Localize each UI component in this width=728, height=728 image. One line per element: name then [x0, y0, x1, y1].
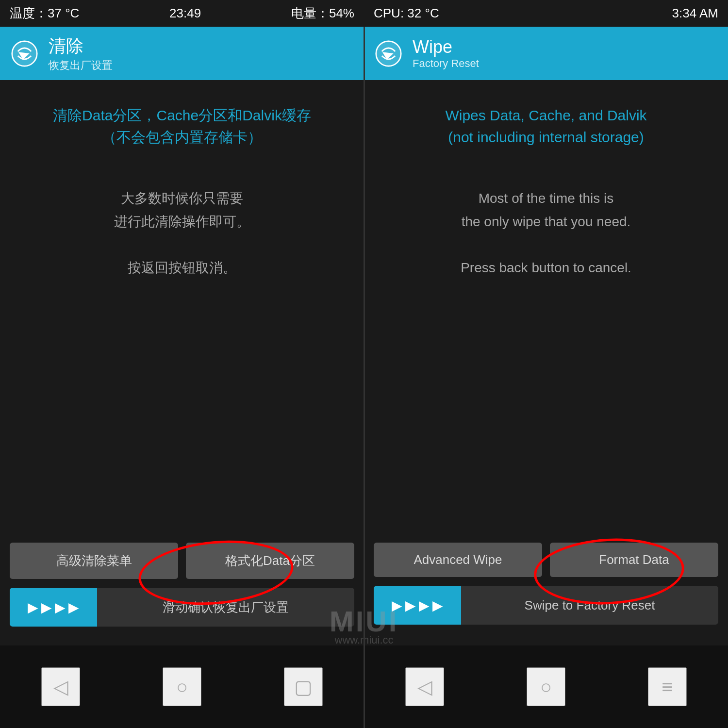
header-title-left: 清除 — [49, 34, 113, 58]
nav-bar-right: ◁ ○ ≡ — [364, 645, 728, 728]
swipe-label-left: 滑动确认恢复出厂设置 — [97, 588, 354, 627]
arrow2-left: ▶ — [41, 599, 52, 615]
body-text-left: 大多数时候你只需要进行此清除操作即可。按返回按钮取消。 — [114, 187, 250, 279]
description-left: 清除Data分区，Cache分区和Dalvik缓存（不会包含内置存储卡） — [53, 104, 311, 148]
time-left: 23:49 — [169, 6, 201, 21]
format-data-button-left[interactable]: 格式化Data分区 — [186, 543, 354, 579]
logo-icon-right — [374, 39, 403, 68]
header-left: 清除 恢复出厂设置 — [0, 27, 364, 80]
home-button-left[interactable]: ○ — [163, 667, 201, 706]
format-data-button-right[interactable]: Format Data — [550, 543, 718, 577]
header-title-right: Wipe — [413, 37, 479, 57]
swipe-row-left[interactable]: ▶ ▶ ▶ ▶ 滑动确认恢复出厂设置 — [10, 588, 354, 627]
battery-left: 电量：54% — [291, 5, 354, 22]
temp-left: 温度：37 °C — [10, 5, 79, 22]
arrow4-right: ▶ — [432, 597, 443, 613]
arrow3-right: ▶ — [419, 597, 430, 613]
description-right: Wipes Data, Cache, and Dalvik(not includ… — [445, 104, 646, 148]
header-right: Wipe Factory Reset — [364, 27, 728, 80]
button-row-right: Advanced Wipe Format Data — [374, 543, 718, 577]
arrow1-left: ▶ — [28, 599, 38, 615]
header-text-left: 清除 恢复出厂设置 — [49, 34, 113, 73]
home-button-right[interactable]: ○ — [527, 667, 565, 706]
swipe-row-right[interactable]: ▶ ▶ ▶ ▶ Swipe to Factory Reset — [374, 586, 718, 625]
logo-icon-left — [10, 39, 39, 68]
swipe-label-right: Swipe to Factory Reset — [461, 586, 718, 625]
header-text-right: Wipe Factory Reset — [413, 37, 479, 70]
bottom-buttons-left: 高级清除菜单 格式化Data分区 ▶ ▶ ▶ ▶ 滑动确认恢复出厂设置 — [0, 534, 364, 645]
status-bar-right: CPU: 32 °C 3:34 AM — [364, 0, 728, 27]
time-right: 3:34 AM — [672, 6, 718, 21]
temp-right: CPU: 32 °C — [374, 6, 439, 21]
swipe-arrows-left: ▶ ▶ ▶ ▶ — [10, 588, 97, 627]
body-text-right: Most of the time this isthe only wipe th… — [461, 187, 631, 279]
advanced-wipe-button-right[interactable]: Advanced Wipe — [374, 543, 542, 577]
back-button-right[interactable]: ◁ — [405, 667, 444, 706]
arrow2-right: ▶ — [405, 597, 416, 613]
advanced-wipe-button-left[interactable]: 高级清除菜单 — [10, 543, 178, 579]
bottom-buttons-right: Advanced Wipe Format Data ▶ ▶ ▶ ▶ Swipe … — [364, 534, 728, 645]
arrow3-left: ▶ — [55, 599, 66, 615]
recents-button-right[interactable]: ≡ — [648, 667, 687, 706]
button-row-left: 高级清除菜单 格式化Data分区 — [10, 543, 354, 579]
panel-divider — [364, 27, 365, 728]
header-subtitle-right: Factory Reset — [413, 57, 479, 70]
arrow4-left: ▶ — [68, 599, 79, 615]
nav-bar-left: ◁ ○ ▢ — [0, 645, 364, 728]
recents-button-left[interactable]: ▢ — [284, 667, 323, 706]
header-subtitle-left: 恢复出厂设置 — [49, 58, 113, 73]
status-bar-left: 温度：37 °C 23:49 电量：54% — [0, 0, 364, 27]
back-button-left[interactable]: ◁ — [41, 667, 80, 706]
